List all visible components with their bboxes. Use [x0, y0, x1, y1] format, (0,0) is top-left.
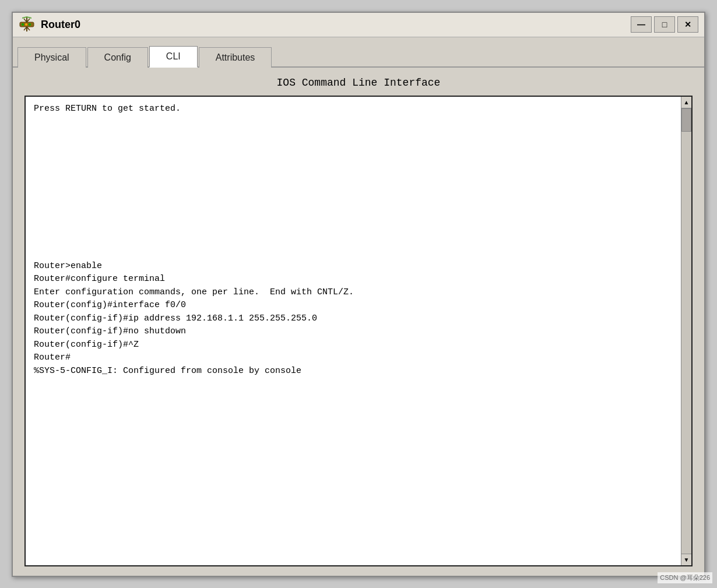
maximize-button[interactable]: □: [654, 16, 675, 33]
router-window: Router0 — □ ✕ Physical Config CLI Attrib…: [12, 12, 705, 577]
scroll-up-button[interactable]: ▲: [681, 97, 691, 108]
window-title: Router0: [41, 19, 631, 31]
terminal-container: Press RETURN to get started. Router>enab…: [24, 96, 693, 566]
svg-point-2: [25, 23, 27, 26]
svg-point-1: [22, 23, 24, 26]
content-area: IOS Command Line Interface Press RETURN …: [13, 68, 704, 576]
svg-point-3: [29, 23, 31, 26]
tab-physical[interactable]: Physical: [17, 47, 86, 68]
scroll-down-button[interactable]: ▼: [681, 554, 691, 565]
scrollbar-thumb[interactable]: [681, 108, 691, 132]
watermark: CSDN @耳朵226: [658, 572, 712, 583]
tab-cli[interactable]: CLI: [149, 46, 198, 68]
scrollbar-track[interactable]: [681, 108, 691, 554]
scrollbar: ▲ ▼: [681, 97, 691, 565]
tab-config[interactable]: Config: [87, 47, 148, 68]
minimize-button[interactable]: —: [631, 16, 652, 33]
tab-bar: Physical Config CLI Attributes: [13, 37, 704, 68]
window-controls: — □ ✕: [631, 16, 698, 33]
terminal-output[interactable]: Press RETURN to get started. Router>enab…: [26, 97, 681, 565]
cli-title: IOS Command Line Interface: [24, 77, 693, 89]
close-button[interactable]: ✕: [677, 16, 698, 33]
tab-attributes[interactable]: Attributes: [199, 47, 272, 68]
title-bar: Router0 — □ ✕: [13, 13, 704, 37]
router-icon: [19, 16, 35, 33]
